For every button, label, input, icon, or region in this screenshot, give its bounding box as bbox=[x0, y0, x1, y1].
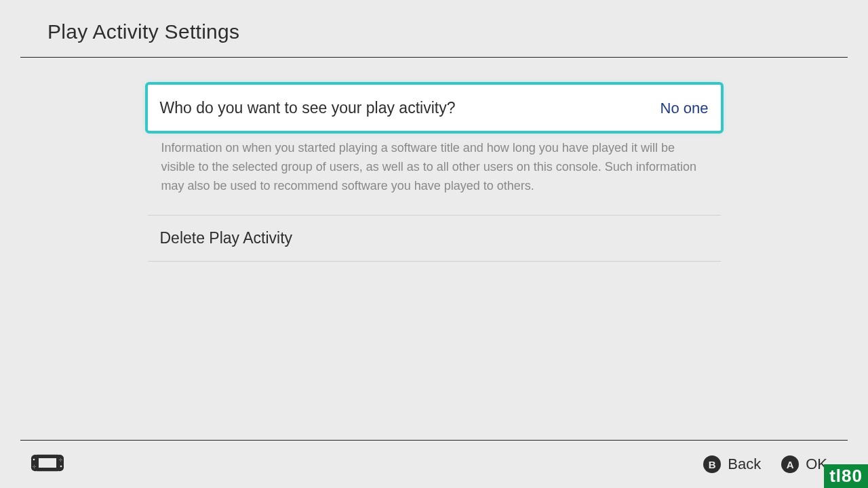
back-label: Back bbox=[728, 455, 761, 473]
ok-button[interactable]: A OK bbox=[781, 455, 827, 473]
delete-activity-row[interactable]: Delete Play Activity bbox=[148, 215, 721, 262]
svg-point-5 bbox=[33, 466, 33, 467]
svg-point-11 bbox=[60, 460, 61, 461]
svg-point-6 bbox=[35, 466, 35, 467]
visibility-setting-row[interactable]: Who do you want to see your play activit… bbox=[148, 85, 721, 131]
a-button-icon: A bbox=[781, 455, 799, 473]
svg-point-2 bbox=[33, 459, 35, 461]
svg-point-10 bbox=[61, 460, 62, 460]
content-area: Who do you want to see your play activit… bbox=[0, 58, 868, 262]
svg-rect-1 bbox=[39, 458, 56, 468]
svg-point-3 bbox=[60, 466, 62, 468]
controller-icon bbox=[31, 454, 64, 474]
delete-activity-label: Delete Play Activity bbox=[160, 229, 293, 247]
footer: B Back A OK bbox=[0, 440, 868, 488]
svg-point-4 bbox=[34, 465, 35, 466]
svg-point-7 bbox=[34, 467, 35, 468]
svg-point-8 bbox=[60, 458, 61, 459]
b-button-icon: B bbox=[703, 455, 721, 473]
svg-point-9 bbox=[59, 460, 60, 460]
visibility-setting-value: No one bbox=[660, 100, 709, 117]
watermark: tl80 bbox=[824, 464, 868, 488]
visibility-setting-label: Who do you want to see your play activit… bbox=[160, 99, 456, 117]
visibility-description: Information on when you started playing … bbox=[148, 131, 721, 215]
page-title: Play Activity Settings bbox=[47, 20, 821, 43]
back-button[interactable]: B Back bbox=[703, 455, 761, 473]
